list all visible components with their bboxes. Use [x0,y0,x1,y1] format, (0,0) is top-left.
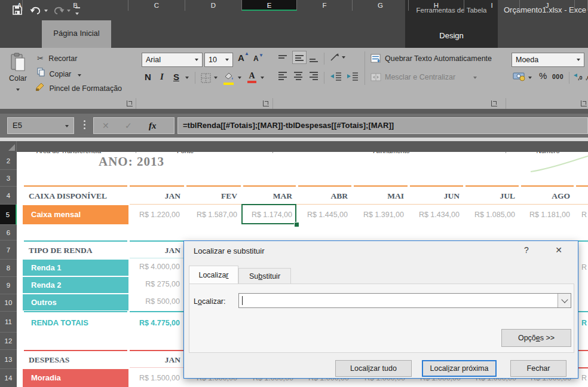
cash-month-ago[interactable]: AGO [521,188,574,205]
fill-handle[interactable] [294,222,299,227]
alignment-dialog-launcher[interactable] [491,100,497,106]
cut-button[interactable]: ✂ Recortar [37,53,77,63]
merge-center-button[interactable]: Mesclar e Centralizar [370,73,381,84]
increase-indent-button[interactable] [347,72,359,83]
col-header-E[interactable]: E [242,0,297,11]
cash-month-fev[interactable]: FEV [186,188,241,205]
fill-color-button[interactable] [223,72,234,85]
tab-localizar[interactable]: Localizar [189,266,238,284]
row-header-5[interactable]: 5 [0,205,17,225]
col-header-F[interactable]: F [297,0,353,11]
cash-value-clipped[interactable]: R [581,205,588,224]
row-header-6[interactable]: 6 [0,225,17,240]
selected-cell-outline[interactable] [241,204,296,224]
cash-value-abr[interactable]: R$ 1.445,00 [297,205,351,224]
col-header-J[interactable]: J [520,0,575,11]
cash-value-jul[interactable]: R$ 1.085,00 [464,205,519,224]
cash-month-mar[interactable]: MAR [243,188,296,205]
borders-button[interactable] [201,73,211,86]
accounting-format-button[interactable] [513,72,526,84]
align-left-button[interactable] [278,72,287,84]
cash-row-label-cell[interactable]: Caixa mensal [23,205,128,224]
align-center-button[interactable] [294,72,302,84]
number-dialog-launcher[interactable] [581,100,587,106]
wrap-text-button[interactable]: Quebrar Texto Automaticamente [370,54,381,66]
expenses-title-cell[interactable]: DESPESAS [29,352,69,368]
expenses-value-clipped[interactable]: R [581,369,588,387]
income-month-jan[interactable]: JAN [130,242,184,259]
cash-value-ago[interactable]: R$ 1.181,00 [520,205,574,224]
format-painter-button[interactable]: Pincel de Formatação [36,83,122,93]
find-what-combobox[interactable] [238,293,571,308]
cash-title-cell[interactable]: CAIXA DISPONÍVEL [29,188,107,205]
col-header-K[interactable] [575,0,588,11]
percent-style-button[interactable]: % [539,71,547,81]
row-header-4[interactable]: 4 [0,187,17,205]
col-header-A[interactable]: A [17,0,23,11]
income-title-cell[interactable]: TIPO DE RENDA [29,243,93,258]
col-header-B[interactable]: B [23,0,128,11]
copy-button[interactable]: Copiar [37,68,81,79]
increase-font-size-button[interactable]: A▲ [238,53,244,63]
align-middle-button[interactable] [293,51,306,63]
tab-pagina-inicial[interactable]: Página Inicial [42,20,111,48]
dialog-close-icon[interactable]: ✕ [550,245,568,255]
font-dialog-launcher[interactable] [263,100,269,106]
expenses-row-moradia[interactable]: Moradia [23,369,128,387]
income-total-clipped[interactable]: R [581,313,588,333]
income-value-clipped[interactable]: R [581,260,588,276]
decrease-decimal-button[interactable]: ,00 [586,72,588,84]
income-row-outros[interactable]: Outros [23,294,128,310]
font-size-combo[interactable]: 10 [204,53,233,67]
enter-icon[interactable]: ✓ [125,118,132,133]
cash-month-jul[interactable]: JUL [466,188,519,205]
row-header-14[interactable]: 14 [0,369,17,387]
combobox-dropdown-button[interactable] [558,294,571,307]
expenses-month-jan[interactable]: JAN [130,352,184,368]
font-color-button[interactable]: A [247,71,256,83]
name-box[interactable]: E5 [7,117,74,134]
cancel-icon[interactable]: ✕ [102,118,109,133]
cash-value-fev[interactable]: R$ 1.587,00 [185,205,241,224]
income-value-renda2[interactable]: R$ 275,00 [128,276,183,293]
cash-month-jan[interactable]: JAN [130,188,184,205]
select-all-corner[interactable] [0,141,17,152]
expenses-value-moradia-jan[interactable]: R$ 1.500,00 [128,369,183,387]
underline-button[interactable]: S [173,72,179,82]
cash-value-jun[interactable]: R$ 1.434,00 [409,205,463,224]
year-title-cell[interactable]: ANO: 2013 [99,154,164,169]
row-header-9[interactable]: 9 [0,277,17,294]
paste-button[interactable]: Colar [5,51,31,103]
cash-value-mai[interactable]: R$ 1.391,00 [353,205,408,224]
tab-design[interactable]: Design [405,31,498,40]
find-all-button[interactable]: Localizar tudo [335,360,412,377]
income-row-renda1[interactable]: Renda 1 [23,260,128,276]
row-header-11[interactable]: 11 [0,312,17,333]
decrease-indent-button[interactable] [330,72,342,83]
orientation-button[interactable] [330,53,339,65]
col-header-D[interactable]: D [185,0,242,11]
cash-month-abr[interactable]: ABR [298,188,351,205]
options-button[interactable]: Opções >> [501,329,571,347]
col-header-I[interactable]: I [464,0,520,11]
tab-substituir[interactable]: Substituir [238,268,291,284]
formula-input[interactable]: =tblRenda[[#Totais];[MAR]]-tblDespesas[[… [177,117,588,134]
formula-bar-grip-icon[interactable] [84,120,85,129]
cash-value-jan[interactable]: R$ 1.220,00 [128,205,183,224]
number-format-combo[interactable]: Moeda [512,53,584,67]
col-header-H[interactable]: H [409,0,464,11]
cash-month-mai[interactable]: MAI [354,188,408,205]
income-total-label-cell[interactable]: RENDA TOTAIS [31,313,88,333]
row-header-12[interactable]: 12 [0,333,17,350]
income-total-value-cell[interactable]: R$ 4.775,00 [128,313,183,333]
row-header-2[interactable]: 2 [0,152,17,170]
find-next-button[interactable]: Localizar próxima [422,360,497,377]
income-row-renda2[interactable]: Renda 2 [23,277,128,293]
dialog-help-button[interactable]: ? [517,245,535,255]
insert-function-icon[interactable]: fx [149,118,157,133]
row-header-10[interactable]: 10 [0,294,17,312]
align-right-button[interactable] [310,72,318,84]
align-bottom-button[interactable] [310,55,318,66]
col-header-G[interactable]: G [353,0,409,11]
row-header-7[interactable]: 7 [0,240,17,260]
